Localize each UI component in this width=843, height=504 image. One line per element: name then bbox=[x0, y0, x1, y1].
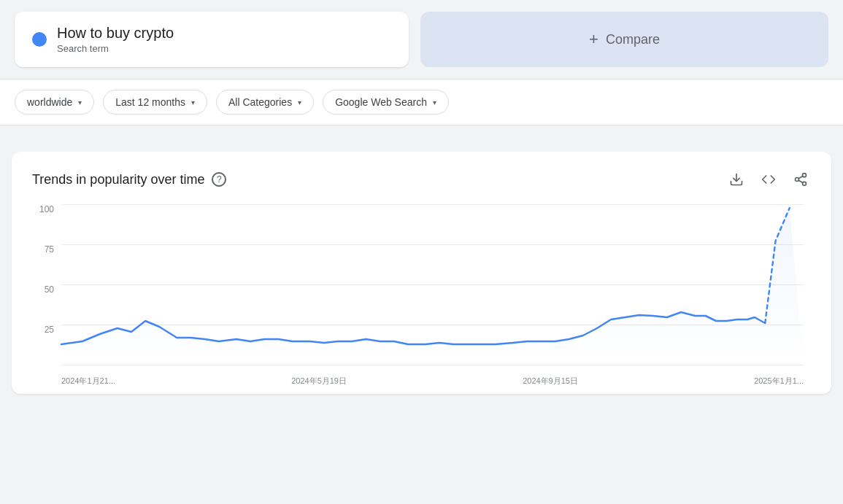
x-label-jan2024: 2024年1月21... bbox=[61, 376, 115, 387]
y-axis-labels: 100 75 50 25 bbox=[32, 204, 54, 387]
chevron-down-icon: ▾ bbox=[433, 98, 436, 106]
help-icon-label: ? bbox=[217, 174, 222, 185]
chart-actions bbox=[726, 169, 811, 190]
grid-line-0 bbox=[61, 365, 804, 365]
spacer bbox=[0, 125, 843, 137]
filters-bar: worldwide ▾ Last 12 months ▾ All Categor… bbox=[0, 79, 843, 125]
y-label-25: 25 bbox=[32, 325, 54, 335]
filter-googlewebsearch-label: Google Web Search bbox=[335, 96, 427, 108]
y-label-75: 75 bbox=[32, 244, 54, 255]
compare-plus-icon: + bbox=[589, 30, 598, 49]
download-button[interactable] bbox=[726, 169, 747, 190]
chart-title-row: Trends in popularity over time ? bbox=[32, 172, 226, 187]
compare-label: Compare bbox=[606, 32, 660, 47]
compare-card[interactable]: + Compare bbox=[420, 12, 828, 67]
chart-header: Trends in popularity over time ? bbox=[32, 169, 811, 190]
chevron-down-icon: ▾ bbox=[298, 98, 301, 106]
filter-worldwide-label: worldwide bbox=[27, 96, 72, 108]
embed-button[interactable] bbox=[758, 169, 779, 190]
x-label-jan2025: 2025年1月1... bbox=[754, 376, 804, 387]
search-term-subtitle: Search term bbox=[57, 43, 174, 54]
svg-line-4 bbox=[798, 180, 803, 182]
filter-googlewebsearch[interactable]: Google Web Search ▾ bbox=[323, 90, 449, 115]
filter-last12months-label: Last 12 months bbox=[115, 96, 185, 108]
chevron-down-icon: ▾ bbox=[78, 98, 82, 106]
x-label-may2024: 2024年5月19日 bbox=[291, 376, 347, 387]
top-section: How to buy crypto Search term + Compare bbox=[0, 0, 843, 79]
y-label-100: 100 bbox=[32, 204, 54, 214]
compare-inner: + Compare bbox=[589, 30, 660, 49]
help-icon[interactable]: ? bbox=[212, 172, 226, 187]
x-axis-labels: 2024年1月21... 2024年5月19日 2024年9月15日 2025年… bbox=[61, 366, 804, 387]
chevron-down-icon: ▾ bbox=[191, 98, 195, 106]
filter-allcategories[interactable]: All Categories ▾ bbox=[216, 90, 314, 115]
filter-worldwide[interactable]: worldwide ▾ bbox=[15, 90, 94, 115]
filter-allcategories-label: All Categories bbox=[228, 96, 292, 108]
search-term-card: How to buy crypto Search term bbox=[15, 12, 409, 67]
share-button[interactable] bbox=[790, 169, 811, 190]
search-dot bbox=[32, 32, 47, 47]
filter-last12months[interactable]: Last 12 months ▾ bbox=[103, 90, 207, 115]
trend-line-svg bbox=[61, 204, 804, 365]
chart-section: Trends in popularity over time ? bbox=[12, 152, 831, 394]
chart-wrapper: 100 75 50 25 bbox=[32, 204, 811, 387]
search-term-title: How to buy crypto bbox=[57, 25, 174, 42]
search-term-text: How to buy crypto Search term bbox=[57, 25, 174, 54]
svg-line-5 bbox=[798, 176, 803, 178]
y-label-50: 50 bbox=[32, 284, 54, 295]
chart-title: Trends in popularity over time bbox=[32, 172, 204, 187]
x-label-sep2024: 2024年9月15日 bbox=[523, 376, 578, 387]
chart-plot bbox=[61, 204, 804, 365]
